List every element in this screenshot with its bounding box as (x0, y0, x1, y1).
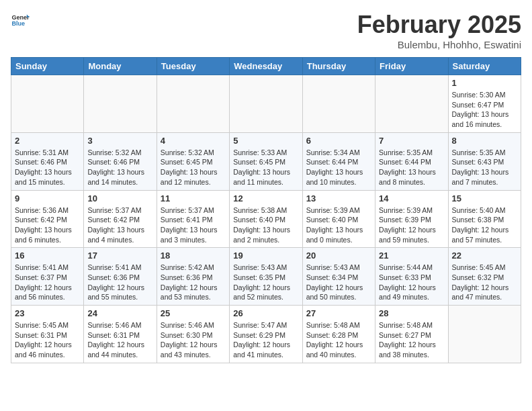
day-number: 22 (452, 250, 517, 261)
calendar-cell: 12Sunrise: 5:38 AM Sunset: 6:40 PM Dayli… (230, 190, 302, 248)
calendar-cell (230, 75, 302, 133)
calendar-cell: 17Sunrise: 5:41 AM Sunset: 6:36 PM Dayli… (84, 248, 157, 306)
day-info: Sunrise: 5:38 AM Sunset: 6:40 PM Dayligh… (233, 205, 298, 245)
calendar-cell (11, 75, 84, 133)
calendar-title: February 2025 (357, 11, 521, 39)
calendar-cell: 27Sunrise: 5:48 AM Sunset: 6:28 PM Dayli… (302, 306, 375, 363)
logo: General Blue (11, 11, 30, 30)
day-info: Sunrise: 5:40 AM Sunset: 6:38 PM Dayligh… (452, 205, 517, 245)
weekday-header-sunday: Sunday (11, 58, 84, 75)
calendar-cell (84, 75, 157, 133)
weekday-header-tuesday: Tuesday (157, 58, 229, 75)
day-number: 12 (233, 193, 298, 203)
day-info: Sunrise: 5:41 AM Sunset: 6:36 PM Dayligh… (87, 263, 152, 302)
calendar-cell: 14Sunrise: 5:39 AM Sunset: 6:39 PM Dayli… (375, 190, 448, 248)
svg-text:Blue: Blue (11, 20, 25, 27)
day-info: Sunrise: 5:37 AM Sunset: 6:41 PM Dayligh… (161, 205, 226, 245)
day-info: Sunrise: 5:35 AM Sunset: 6:44 PM Dayligh… (379, 148, 444, 187)
day-info: Sunrise: 5:45 AM Sunset: 6:32 PM Dayligh… (452, 263, 517, 302)
day-info: Sunrise: 5:32 AM Sunset: 6:46 PM Dayligh… (87, 148, 152, 187)
day-info: Sunrise: 5:44 AM Sunset: 6:33 PM Dayligh… (379, 263, 444, 302)
calendar-cell: 28Sunrise: 5:48 AM Sunset: 6:27 PM Dayli… (375, 306, 448, 363)
calendar-cell: 13Sunrise: 5:39 AM Sunset: 6:40 PM Dayli… (302, 190, 375, 248)
calendar-cell: 18Sunrise: 5:42 AM Sunset: 6:36 PM Dayli… (157, 248, 229, 306)
calendar-cell (302, 75, 375, 133)
calendar-cell: 26Sunrise: 5:47 AM Sunset: 6:29 PM Dayli… (230, 306, 302, 363)
day-number: 9 (15, 193, 80, 203)
day-info: Sunrise: 5:39 AM Sunset: 6:40 PM Dayligh… (306, 205, 371, 245)
day-info: Sunrise: 5:48 AM Sunset: 6:28 PM Dayligh… (306, 320, 371, 360)
calendar-cell: 5Sunrise: 5:33 AM Sunset: 6:45 PM Daylig… (230, 132, 302, 190)
day-info: Sunrise: 5:48 AM Sunset: 6:27 PM Dayligh… (379, 320, 444, 360)
calendar-cell: 16Sunrise: 5:41 AM Sunset: 6:37 PM Dayli… (11, 248, 84, 306)
day-info: Sunrise: 5:36 AM Sunset: 6:42 PM Dayligh… (15, 205, 80, 245)
day-number: 20 (306, 250, 371, 261)
title-area: February 2025 Bulembu, Hhohho, Eswatini (357, 11, 521, 50)
day-info: Sunrise: 5:47 AM Sunset: 6:29 PM Dayligh… (233, 320, 298, 360)
day-info: Sunrise: 5:41 AM Sunset: 6:37 PM Dayligh… (15, 263, 80, 302)
calendar-cell: 22Sunrise: 5:45 AM Sunset: 6:32 PM Dayli… (448, 248, 521, 306)
calendar-cell: 2Sunrise: 5:31 AM Sunset: 6:46 PM Daylig… (11, 132, 84, 190)
day-info: Sunrise: 5:42 AM Sunset: 6:36 PM Dayligh… (161, 263, 226, 302)
day-number: 21 (379, 250, 444, 261)
weekday-header-row: SundayMondayTuesdayWednesdayThursdayFrid… (11, 58, 521, 75)
weekday-header-thursday: Thursday (302, 58, 375, 75)
header: General Blue February 2025 Bulembu, Hhoh… (11, 11, 521, 50)
day-info: Sunrise: 5:43 AM Sunset: 6:34 PM Dayligh… (306, 263, 371, 302)
day-info: Sunrise: 5:30 AM Sunset: 6:47 PM Dayligh… (452, 90, 517, 130)
day-info: Sunrise: 5:35 AM Sunset: 6:43 PM Dayligh… (452, 148, 517, 187)
week-row-3: 16Sunrise: 5:41 AM Sunset: 6:37 PM Dayli… (11, 248, 521, 306)
weekday-header-monday: Monday (84, 58, 157, 75)
calendar-cell: 19Sunrise: 5:43 AM Sunset: 6:35 PM Dayli… (230, 248, 302, 306)
calendar-cell: 6Sunrise: 5:34 AM Sunset: 6:44 PM Daylig… (302, 132, 375, 190)
day-number: 15 (452, 193, 517, 203)
calendar-cell: 1Sunrise: 5:30 AM Sunset: 6:47 PM Daylig… (448, 75, 521, 133)
day-number: 24 (87, 308, 152, 318)
calendar-cell: 9Sunrise: 5:36 AM Sunset: 6:42 PM Daylig… (11, 190, 84, 248)
day-number: 3 (87, 136, 152, 146)
week-row-4: 23Sunrise: 5:45 AM Sunset: 6:31 PM Dayli… (11, 306, 521, 363)
day-info: Sunrise: 5:33 AM Sunset: 6:45 PM Dayligh… (233, 148, 298, 187)
calendar-cell: 11Sunrise: 5:37 AM Sunset: 6:41 PM Dayli… (157, 190, 229, 248)
weekday-header-friday: Friday (375, 58, 448, 75)
calendar-cell: 23Sunrise: 5:45 AM Sunset: 6:31 PM Dayli… (11, 306, 84, 363)
day-number: 10 (87, 193, 152, 203)
week-row-1: 2Sunrise: 5:31 AM Sunset: 6:46 PM Daylig… (11, 132, 521, 190)
calendar-cell: 3Sunrise: 5:32 AM Sunset: 6:46 PM Daylig… (84, 132, 157, 190)
day-info: Sunrise: 5:43 AM Sunset: 6:35 PM Dayligh… (233, 263, 298, 302)
day-info: Sunrise: 5:32 AM Sunset: 6:45 PM Dayligh… (161, 148, 226, 187)
day-number: 8 (452, 136, 517, 146)
day-info: Sunrise: 5:37 AM Sunset: 6:42 PM Dayligh… (87, 205, 152, 245)
day-number: 28 (379, 308, 444, 318)
day-number: 2 (15, 136, 80, 146)
calendar-cell: 20Sunrise: 5:43 AM Sunset: 6:34 PM Dayli… (302, 248, 375, 306)
calendar-subtitle: Bulembu, Hhohho, Eswatini (357, 39, 521, 50)
day-info: Sunrise: 5:34 AM Sunset: 6:44 PM Dayligh… (306, 148, 371, 187)
day-number: 17 (87, 250, 152, 261)
weekday-header-wednesday: Wednesday (230, 58, 302, 75)
day-info: Sunrise: 5:45 AM Sunset: 6:31 PM Dayligh… (15, 320, 80, 360)
day-number: 26 (233, 308, 298, 318)
day-number: 16 (15, 250, 80, 261)
day-number: 4 (161, 136, 226, 146)
calendar-cell (157, 75, 229, 133)
day-number: 23 (15, 308, 80, 318)
day-info: Sunrise: 5:31 AM Sunset: 6:46 PM Dayligh… (15, 148, 80, 187)
day-number: 1 (452, 78, 517, 88)
calendar-cell (448, 306, 521, 363)
day-number: 19 (233, 250, 298, 261)
day-info: Sunrise: 5:46 AM Sunset: 6:30 PM Dayligh… (161, 320, 226, 360)
day-number: 18 (161, 250, 226, 261)
day-number: 13 (306, 193, 371, 203)
calendar-cell: 4Sunrise: 5:32 AM Sunset: 6:45 PM Daylig… (157, 132, 229, 190)
day-number: 11 (161, 193, 226, 203)
day-number: 6 (306, 136, 371, 146)
week-row-2: 9Sunrise: 5:36 AM Sunset: 6:42 PM Daylig… (11, 190, 521, 248)
day-number: 5 (233, 136, 298, 146)
day-number: 14 (379, 193, 444, 203)
calendar-cell: 8Sunrise: 5:35 AM Sunset: 6:43 PM Daylig… (448, 132, 521, 190)
calendar-cell: 7Sunrise: 5:35 AM Sunset: 6:44 PM Daylig… (375, 132, 448, 190)
calendar-cell: 21Sunrise: 5:44 AM Sunset: 6:33 PM Dayli… (375, 248, 448, 306)
calendar-cell: 24Sunrise: 5:46 AM Sunset: 6:31 PM Dayli… (84, 306, 157, 363)
calendar-cell (375, 75, 448, 133)
